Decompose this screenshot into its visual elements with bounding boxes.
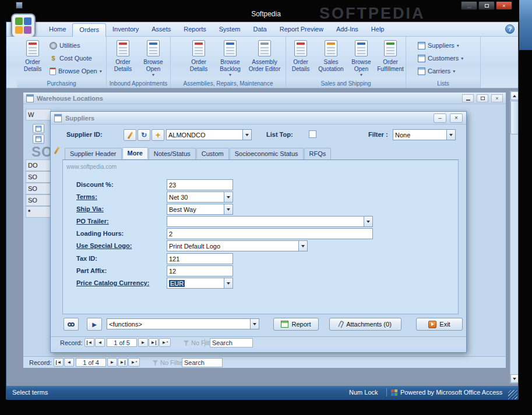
filter-combobox[interactable]: None [393, 129, 456, 140]
loading-hours-input[interactable]: 2 [167, 228, 373, 239]
functions-combobox[interactable]: <functions> [107, 318, 259, 329]
tab-supplier-header[interactable]: Supplier Header [65, 148, 122, 159]
tab-custom[interactable]: Custom [196, 148, 229, 159]
dropdown-arrow[interactable] [224, 192, 232, 202]
next-record-button[interactable]: ► [138, 338, 148, 347]
tab-orders[interactable]: Orders [72, 23, 106, 37]
order-fulfillment-button[interactable]: Order Fulfillment [376, 38, 405, 72]
first-record-button[interactable]: ◄ [54, 358, 64, 367]
next-record-button[interactable]: ► [107, 358, 117, 367]
warehouse-minimize-button[interactable] [462, 94, 474, 102]
dropdown-arrow[interactable] [242, 130, 251, 140]
attachments-button[interactable]: Attachments (0) [329, 318, 401, 331]
discount-input[interactable]: 23 [167, 179, 233, 190]
inbound-order-details-button[interactable]: Order Details [109, 38, 137, 72]
dropdown-arrow[interactable] [364, 217, 372, 226]
table-row[interactable]: SO [26, 194, 51, 206]
dropdown-arrow[interactable] [298, 241, 307, 251]
warehouse-close-button[interactable]: × [491, 94, 503, 102]
datasheet-button-2[interactable] [33, 134, 44, 144]
scroll-up-button[interactable] [510, 91, 518, 100]
tab-inventory[interactable]: Inventory [106, 23, 145, 37]
list-top-checkbox[interactable] [309, 130, 316, 138]
price-catalog-currency-combobox[interactable]: EUR [167, 278, 233, 289]
terms-combobox[interactable]: Net 30 [167, 191, 233, 203]
refresh-button[interactable]: ↻ [138, 129, 150, 141]
tab-reports[interactable]: Reports [177, 23, 213, 37]
sales-browse-open-button[interactable]: Browse Open ▾ [348, 38, 375, 77]
scrollbar-thumb[interactable] [510, 101, 518, 134]
tab-help[interactable]: Help [365, 23, 391, 37]
datasheet-button[interactable] [33, 124, 44, 133]
tab-socioeconomic-status[interactable]: Socioeconomic Status [230, 148, 304, 159]
resize-grip[interactable] [508, 390, 517, 399]
suppliers-minimize-button[interactable]: – [434, 113, 446, 123]
new-row-marker[interactable]: * [26, 206, 51, 218]
use-special-logo-combobox[interactable]: Print Default Logo [167, 240, 308, 251]
search-input[interactable]: Search [210, 338, 253, 347]
ship-via-combobox[interactable]: Best Way [167, 204, 233, 215]
tab-add-ins[interactable]: Add-Ins [330, 23, 365, 37]
suppliers-close-button[interactable]: × [450, 113, 463, 123]
previous-record-button[interactable]: ◄ [64, 358, 74, 367]
outer-close-button[interactable]: × [496, 1, 512, 10]
new-record-button[interactable]: ►* [128, 358, 140, 367]
customers-button[interactable]: Customers ▾ [418, 52, 463, 64]
edit-supplier-button[interactable] [124, 129, 136, 141]
outer-minimize-button[interactable] [461, 1, 477, 10]
browse-backlog-button[interactable]: Browse Backlog ▾ [215, 38, 245, 77]
dropdown-arrow[interactable] [250, 319, 259, 329]
new-record-button[interactable]: ►* [159, 338, 171, 347]
help-button[interactable]: ? [505, 24, 515, 34]
dropdown-arrow[interactable] [224, 204, 232, 214]
first-record-button[interactable]: ◄ [84, 338, 94, 347]
assembly-order-editor-button[interactable]: Assembly Order Editor [246, 38, 283, 72]
tab-report-preview[interactable]: Report Preview [273, 23, 330, 37]
utilities-button[interactable]: Utilities [50, 40, 80, 51]
part-affix-input[interactable]: 12 [167, 265, 233, 276]
po-trailer-combobox[interactable] [167, 216, 373, 227]
last-record-button[interactable]: ► [118, 358, 128, 367]
scroll-down-button[interactable] [510, 374, 518, 383]
last-record-button[interactable]: ► [149, 338, 158, 347]
tax-id-input[interactable]: 121 [167, 253, 233, 264]
tab-home[interactable]: Home [43, 23, 72, 37]
no-filter-indicator[interactable]: No Filter [160, 359, 185, 366]
warehouse-column-header[interactable]: W [26, 109, 51, 120]
table-row[interactable]: SO [26, 183, 51, 194]
find-button[interactable] [64, 318, 79, 331]
record-position-box[interactable]: 1 of 5 [107, 338, 137, 347]
purchasing-order-details-button[interactable]: Order Details [19, 38, 47, 72]
supplier-id-combobox[interactable]: ALMONDCO [166, 129, 252, 140]
table-row[interactable]: SO [26, 171, 51, 183]
exit-button[interactable]: Exit [416, 318, 463, 331]
sales-order-details-button[interactable]: Order Details [287, 38, 314, 72]
assemblies-order-details-button[interactable]: Order Details [185, 38, 213, 72]
tab-data[interactable]: Data [246, 23, 273, 37]
carriers-button[interactable]: Carriers ▾ [418, 65, 455, 77]
sales-quotation-button[interactable]: Sales Quotation [315, 38, 347, 72]
dropdown-arrow[interactable] [446, 130, 455, 140]
tab-assets[interactable]: Assets [145, 23, 177, 37]
previous-record-button[interactable]: ◄ [95, 338, 105, 347]
tab-rfqs[interactable]: RFQs [304, 148, 332, 159]
cost-quote-button[interactable]: $ Cost Quote [50, 52, 92, 64]
vertical-scrollbar[interactable] [510, 91, 518, 384]
inbound-browse-open-button[interactable]: Browse Open ▾ [139, 38, 167, 77]
application-menu-button[interactable] [11, 13, 36, 38]
dropdown-arrow[interactable] [224, 278, 232, 288]
record-position-box[interactable]: 1 of 4 [76, 358, 106, 367]
tab-more[interactable]: More [122, 147, 148, 159]
search-input[interactable]: Search [182, 358, 223, 367]
add-supplier-button[interactable]: + [152, 129, 164, 141]
purchasing-browse-open-button[interactable]: Browse Open ▾ [50, 65, 102, 77]
report-button[interactable]: Report [273, 318, 319, 331]
suppliers-button[interactable]: Suppliers ▾ [418, 40, 459, 51]
tab-notes-status[interactable]: Notes/Status [149, 148, 196, 159]
warehouse-restore-button[interactable] [477, 94, 488, 102]
tab-system[interactable]: System [213, 23, 247, 37]
go-button[interactable]: ▶ [87, 318, 102, 331]
suppliers-list-icon [418, 42, 425, 49]
table-row[interactable]: DO [26, 159, 51, 171]
outer-maximize-button[interactable] [478, 1, 495, 10]
